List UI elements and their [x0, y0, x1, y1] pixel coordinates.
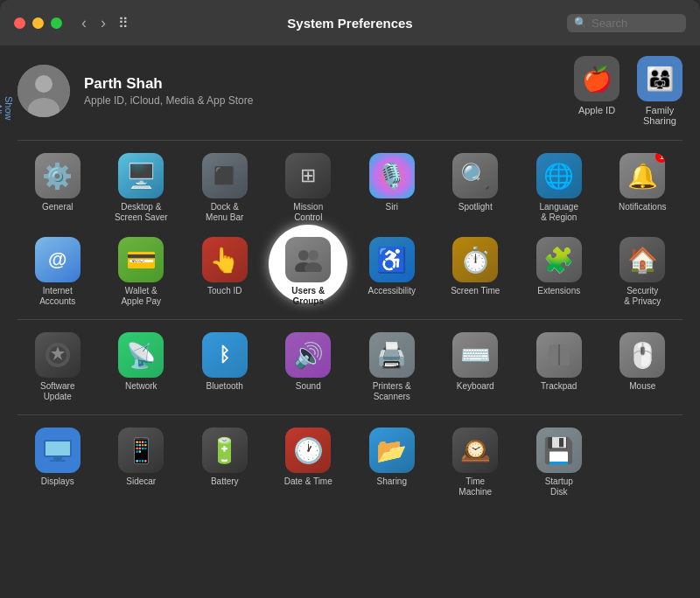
bluetooth-label: Bluetooth [206, 381, 243, 392]
divider-2 [18, 319, 682, 320]
pref-item-dock[interactable]: ⬛ Dock &Menu Bar [185, 150, 265, 226]
extensions-icon: 🧩 [536, 237, 582, 282]
security-label: Security& Privacy [624, 286, 661, 307]
mission-label: MissionControl [293, 202, 323, 223]
software-label: SoftwareUpdate [40, 381, 74, 402]
pref-item-security[interactable]: 🏠 Security& Privacy [603, 233, 683, 310]
pref-item-displays[interactable]: Displays [18, 424, 98, 501]
pref-item-software[interactable]: SoftwareUpdate [18, 329, 98, 406]
startup-label: StartupDisk [545, 476, 573, 497]
spotlight-label: Spotlight [458, 202, 493, 212]
pref-row-2: @ InternetAccounts 💳 Wallet &Apple Pay 👆… [18, 233, 682, 310]
timemachine-icon: 🕰️ [452, 428, 498, 473]
pref-item-extensions[interactable]: 🧩 Extensions [519, 233, 599, 310]
pref-item-users[interactable]: Users &Groups [269, 233, 349, 310]
sound-label: Sound [296, 381, 321, 392]
bluetooth-icon: ᛒ [202, 332, 248, 378]
pref-item-network[interactable]: 📡 Network [102, 329, 182, 406]
general-label: General [42, 202, 74, 212]
profile-subtitle: Apple ID, iCloud, Media & App Store [84, 94, 574, 107]
family-sharing-icon-item[interactable]: 👨‍👩‍👧 FamilySharing [637, 56, 682, 126]
svg-rect-12 [46, 442, 70, 455]
datetime-icon: 🕐 [285, 428, 331, 473]
mouse-icon: 🖱️ [620, 332, 665, 378]
sound-icon: 🔊 [285, 332, 331, 378]
general-icon: ⚙️ [35, 153, 80, 198]
pref-item-desktop[interactable]: 🖥️ Desktop &Screen Saver [102, 150, 182, 226]
touchid-label: Touch ID [207, 286, 242, 296]
security-icon: 🏠 [620, 237, 665, 282]
pref-item-bluetooth[interactable]: ᛒ Bluetooth [185, 329, 265, 406]
search-icon: 🔍 [574, 17, 587, 29]
network-icon: 📡 [118, 332, 164, 378]
pref-item-startup[interactable]: 💾 StartupDisk [519, 424, 599, 501]
pref-item-language[interactable]: 🌐 Language& Region [519, 150, 599, 226]
pref-item-keyboard[interactable]: ⌨️ Keyboard [436, 329, 516, 406]
grid-button[interactable]: ⠿ [118, 15, 129, 31]
minimize-button[interactable] [32, 17, 44, 29]
pref-item-spotlight[interactable]: 🔍 Spotlight [436, 150, 516, 226]
pref-item-mouse[interactable]: 🖱️ Mouse [603, 329, 683, 406]
startup-icon: 💾 [536, 428, 582, 473]
mouse-label: Mouse [629, 381, 655, 392]
screentime-label: Screen Time [451, 286, 500, 296]
datetime-label: Date & Time [284, 476, 332, 487]
svg-rect-14 [50, 460, 66, 462]
apple-id-icon: 🍎 [574, 56, 620, 101]
displays-icon [35, 428, 80, 473]
sharing-label: Sharing [377, 476, 407, 487]
accessibility-label: Accessibility [368, 286, 416, 296]
pref-item-sound[interactable]: 🔊 Sound [269, 329, 349, 406]
pref-row-3: SoftwareUpdate 📡 Network ᛒ Bluetooth 🔊 S… [18, 329, 682, 406]
search-input[interactable] [592, 17, 679, 30]
pref-item-internet[interactable]: @ InternetAccounts [18, 233, 98, 310]
siri-label: Siri [386, 202, 398, 212]
window-title: System Preferences [287, 16, 412, 31]
pref-item-touchid[interactable]: 👆 Touch ID [185, 233, 265, 310]
pref-item-timemachine[interactable]: 🕰️ TimeMachine [436, 424, 516, 501]
printers-icon: 🖨️ [369, 332, 415, 378]
battery-icon: 🔋 [202, 428, 248, 473]
displays-label: Displays [41, 476, 74, 487]
pref-item-battery[interactable]: 🔋 Battery [185, 424, 265, 501]
show-all-button[interactable]: Show All [0, 91, 14, 126]
forward-button[interactable]: › [95, 12, 111, 34]
pref-item-sidecar[interactable]: 📱 Sidecar [102, 424, 182, 501]
printers-label: Printers &Scanners [373, 381, 411, 402]
nav-buttons: ‹ › ⠿ [76, 12, 129, 34]
internet-icon: @ [35, 237, 80, 282]
pref-item-sharing[interactable]: 📂 Sharing [352, 424, 432, 501]
pref-item-datetime[interactable]: 🕐 Date & Time [269, 424, 349, 501]
pref-item-trackpad[interactable]: Trackpad [519, 329, 599, 406]
pref-item-screentime[interactable]: ⏱️ Screen Time [436, 233, 516, 310]
internet-label: InternetAccounts [39, 286, 75, 307]
pref-item-mission[interactable]: ⊞ MissionControl [269, 150, 349, 226]
family-sharing-label: FamilySharing [643, 105, 676, 126]
desktop-label: Desktop &Screen Saver [115, 202, 168, 223]
pref-item-general[interactable]: ⚙️ General [18, 150, 98, 226]
back-button[interactable]: ‹ [76, 12, 92, 34]
touchid-icon: 👆 [202, 237, 248, 282]
svg-point-3 [298, 250, 309, 261]
maximize-button[interactable] [51, 17, 62, 29]
search-box[interactable]: 🔍 [567, 14, 686, 32]
profile-row: Show All Parth Shah Apple ID, iCloud, Me… [18, 56, 682, 126]
network-label: Network [125, 381, 158, 392]
pref-item-siri[interactable]: 🎙️ Siri [352, 150, 432, 226]
pref-item-notifications[interactable]: 🔔 1 Notifications [603, 150, 683, 226]
pref-row-4: Displays 📱 Sidecar 🔋 Battery 🕐 Date & Ti… [18, 424, 682, 501]
pref-item-wallet[interactable]: 💳 Wallet &Apple Pay [102, 233, 182, 310]
wallet-icon: 💳 [118, 237, 164, 282]
sidecar-icon: 📱 [118, 428, 164, 473]
extensions-label: Extensions [537, 286, 580, 296]
content-area: Show All Parth Shah Apple ID, iCloud, Me… [0, 45, 700, 515]
pref-item-accessibility[interactable]: ♿ Accessibility [352, 233, 432, 310]
close-button[interactable] [14, 17, 25, 29]
notifications-label: Notifications [619, 202, 666, 212]
svg-point-1 [35, 75, 52, 93]
timemachine-label: TimeMachine [458, 476, 492, 497]
screentime-icon: ⏱️ [452, 237, 498, 282]
pref-item-printers[interactable]: 🖨️ Printers &Scanners [352, 329, 432, 406]
apple-id-icon-item[interactable]: 🍎 Apple ID [574, 56, 620, 126]
trackpad-label: Trackpad [541, 381, 577, 392]
